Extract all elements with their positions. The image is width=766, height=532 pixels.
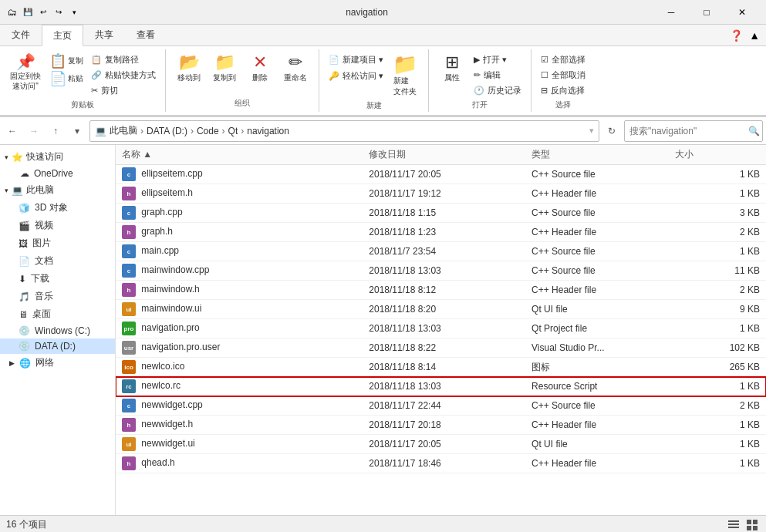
ribbon-collapse-icon[interactable]: ▲ (749, 29, 760, 42)
sidebar-item-windows-c[interactable]: 💿 Windows (C:) (0, 323, 115, 338)
paste-shortcut-button[interactable]: 🔗 粘贴快捷方式 (88, 68, 159, 82)
copy-path-button[interactable]: 📋 复制路径 (88, 52, 159, 67)
table-row[interactable]: rc newlco.rc 2018/11/18 13:03 Resource S… (116, 377, 766, 396)
sidebar-item-network[interactable]: ▶ 🌐 网络 (0, 354, 115, 372)
quick-access-icon[interactable]: 💾 (22, 6, 34, 19)
file-modified: 2018/11/18 8:22 (363, 338, 525, 358)
table-row[interactable]: ui mainwindow.ui 2018/11/18 8:20 Qt UI f… (116, 300, 766, 319)
view-large-icon-button[interactable] (744, 517, 760, 533)
properties-button[interactable]: ⊞ 属性 (435, 52, 469, 85)
table-row[interactable]: h ellipseitem.h 2018/11/17 19:12 C++ Hea… (116, 184, 766, 204)
file-type: Qt Project file (525, 319, 668, 338)
sidebar-item-onedrive[interactable]: ☁ OneDrive (0, 166, 115, 181)
edit-button[interactable]: ✏ 编辑 (471, 68, 525, 82)
move-to-button[interactable]: 📂 移动到 (172, 52, 206, 85)
sidebar-item-video[interactable]: 🎬 视频 (0, 217, 115, 234)
path-segment-data[interactable]: DATA (D:) (147, 126, 187, 136)
col-header-size[interactable]: 大小 (669, 145, 766, 165)
col-header-type[interactable]: 类型 (525, 145, 668, 165)
sidebar-item-3d[interactable]: 🧊 3D 对象 (0, 199, 115, 217)
table-row[interactable]: h mainwindow.h 2018/11/18 8:12 C++ Heade… (116, 281, 766, 300)
file-icon: h (122, 187, 136, 200)
file-name: newlco.rc (141, 380, 181, 391)
maximize-button[interactable]: □ (689, 0, 724, 25)
sidebar-item-music[interactable]: 🎵 音乐 (0, 288, 115, 305)
search-box[interactable]: 🔍 (624, 120, 763, 142)
table-row[interactable]: h newwidget.h 2018/11/17 20:18 C++ Heade… (116, 416, 766, 435)
tab-share[interactable]: 共享 (83, 25, 125, 45)
file-name: graph.cpp (141, 207, 182, 217)
tab-file[interactable]: 文件 (0, 25, 42, 45)
new-folder-icon: 📁 (393, 54, 417, 74)
easy-access-button[interactable]: 🔑 轻松访问 ▾ (326, 69, 386, 83)
new-item-label: 新建项目 ▾ (343, 54, 383, 66)
back-button[interactable]: ← (3, 122, 22, 140)
copy-button[interactable]: 📋 复制 (46, 52, 86, 69)
table-row[interactable]: c ellipseitem.cpp 2018/11/17 20:05 C++ S… (116, 165, 766, 184)
up-button[interactable]: ↑ (46, 122, 65, 140)
sidebar-item-downloads[interactable]: ⬇ 下载 (0, 270, 115, 288)
invert-select-button[interactable]: ⊟ 反向选择 (538, 83, 589, 98)
redo-icon[interactable]: ↪ (52, 6, 65, 19)
pin-icon: 📌 (16, 54, 35, 69)
path-segment-navigation[interactable]: navigation (247, 126, 289, 136)
select-none-button[interactable]: ☐ 全部取消 (538, 68, 589, 82)
sidebar-item-quick-access[interactable]: ▾ ⭐ 快速访问 (0, 148, 115, 166)
tab-view[interactable]: 查看 (125, 25, 167, 45)
path-dropdown-icon[interactable]: ▾ (589, 126, 594, 136)
file-size: 1 KB (669, 454, 766, 473)
edit-label: 编辑 (484, 69, 501, 81)
table-row[interactable]: ui newwidget.ui 2018/11/17 20:05 Qt UI f… (116, 435, 766, 454)
tab-home[interactable]: 主页 (42, 25, 83, 46)
file-name: newwidget.cpp (141, 399, 202, 410)
table-row[interactable]: h graph.h 2018/11/18 1:23 C++ Header fil… (116, 223, 766, 242)
search-icon[interactable]: 🔍 (748, 126, 760, 136)
select-all-button[interactable]: ☑ 全部选择 (538, 52, 589, 67)
table-row[interactable]: c newwidget.cpp 2018/11/17 22:44 C++ Sou… (116, 396, 766, 416)
table-row[interactable]: usr navigation.pro.user 2018/11/18 8:22 … (116, 338, 766, 358)
close-button[interactable]: ✕ (724, 0, 760, 25)
cut-button[interactable]: ✂ 剪切 (88, 83, 159, 98)
dropdown-icon[interactable]: ▾ (68, 6, 80, 19)
table-row[interactable]: c graph.cpp 2018/11/18 1:15 C++ Source f… (116, 204, 766, 223)
file-icon: h (122, 418, 136, 432)
sidebar-item-pictures[interactable]: 🖼 图片 (0, 234, 115, 252)
ribbon-help-icon[interactable]: ❓ (730, 29, 743, 42)
minimize-button[interactable]: ─ (653, 0, 689, 25)
delete-button[interactable]: ✕ 删除 (243, 52, 277, 85)
paste-button[interactable]: 📄 粘贴 (46, 70, 86, 87)
sidebar-item-this-pc[interactable]: ▾ 💻 此电脑 (0, 181, 115, 199)
table-row[interactable]: h qhead.h 2018/11/17 18:46 C++ Header fi… (116, 454, 766, 473)
path-segment-code[interactable]: Code (197, 126, 219, 136)
history-button[interactable]: 🕐 历史记录 (471, 83, 525, 98)
rename-button[interactable]: ✏ 重命名 (278, 52, 312, 85)
col-header-modified[interactable]: 修改日期 (363, 145, 525, 165)
search-input[interactable] (629, 126, 745, 136)
table-row[interactable]: ico newlco.ico 2018/11/18 8:14 图标 265 KB (116, 358, 766, 377)
address-path[interactable]: 💻 此电脑 › DATA (D:) › Code › Qt › navigati… (89, 120, 599, 142)
sidebar-item-desktop[interactable]: 🖥 桌面 (0, 305, 115, 323)
path-segment-pc[interactable]: 此电脑 (110, 124, 137, 137)
pin-button[interactable]: 📌 固定到快速访问" (6, 52, 45, 93)
path-segment-qt[interactable]: Qt (228, 126, 238, 136)
table-row[interactable]: c main.cpp 2018/11/7 23:54 C++ Source fi… (116, 242, 766, 261)
col-header-name[interactable]: 名称 ▲ (116, 145, 363, 165)
table-row[interactable]: c mainwindow.cpp 2018/11/18 13:03 C++ So… (116, 261, 766, 281)
file-icon: h (122, 225, 136, 239)
view-details-button[interactable] (726, 517, 741, 533)
forward-button[interactable]: → (25, 122, 43, 140)
undo-icon[interactable]: ↩ (37, 6, 49, 19)
file-icon: c (122, 264, 136, 278)
sidebar-item-documents[interactable]: 📄 文档 (0, 252, 115, 270)
new-folder-button[interactable]: 📁 新建文件夹 (388, 52, 422, 99)
table-header-row: 名称 ▲ 修改日期 类型 大小 (116, 145, 766, 165)
new-item-button[interactable]: 📄 新建项目 ▾ (326, 52, 386, 67)
recent-locations-button[interactable]: ▾ (68, 122, 86, 140)
table-row[interactable]: pro navigation.pro 2018/11/18 13:03 Qt P… (116, 319, 766, 338)
onedrive-label: OneDrive (34, 168, 73, 179)
file-size: 9 KB (669, 300, 766, 319)
sidebar-item-data-d[interactable]: 💿 DATA (D:) (0, 338, 115, 354)
open-button[interactable]: ▶ 打开 ▾ (471, 52, 525, 67)
copy-to-button[interactable]: 📁 复制到 (208, 52, 241, 85)
refresh-button[interactable]: ↻ (602, 122, 621, 140)
